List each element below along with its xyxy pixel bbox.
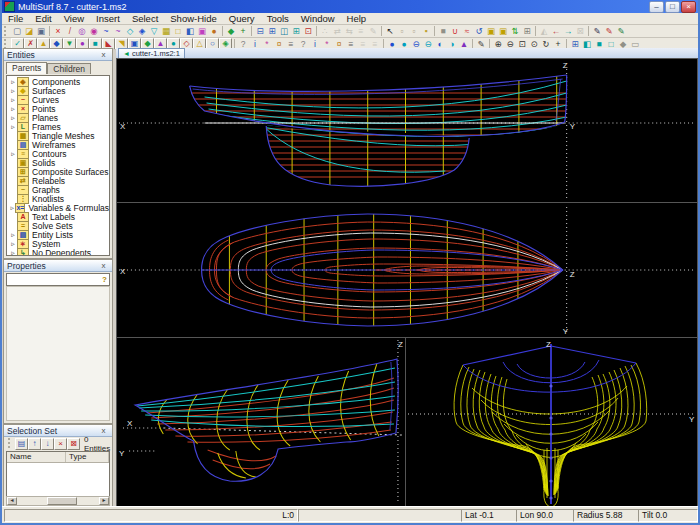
column-name[interactable]: Name: [7, 452, 66, 462]
step-back-icon[interactable]: ←: [550, 26, 562, 37]
selection-table[interactable]: Name Type: [6, 451, 110, 498]
frame-lock-icon[interactable]: ⊠: [574, 26, 586, 37]
quick-add-icon[interactable]: +: [237, 26, 249, 37]
maximize-button[interactable]: □: [665, 1, 680, 13]
window-split-icon[interactable]: ⊞: [266, 26, 278, 37]
selection-move-down-icon[interactable]: ↓: [41, 438, 54, 450]
insert-frame-icon[interactable]: ◧: [184, 26, 196, 37]
properties-panel-header: Properties x: [4, 260, 112, 272]
scroll-right-icon[interactable]: ►: [99, 497, 109, 505]
select-fence-icon[interactable]: ▫: [396, 26, 408, 37]
window-single-icon[interactable]: ⊟: [254, 26, 266, 37]
align-icon[interactable]: ◭: [538, 26, 550, 37]
tree-item-no-dependents[interactable]: ▹↳No Dependents: [7, 248, 109, 256]
expander-icon[interactable]: ▹: [9, 123, 17, 131]
properties-name-field[interactable]: ?: [6, 273, 110, 286]
menu-window[interactable]: Window: [295, 13, 341, 24]
insert-revolution-surface-icon[interactable]: ▽: [148, 26, 160, 37]
insert-snake-icon[interactable]: ~: [112, 26, 124, 37]
window-active-icon[interactable]: ⊡: [302, 26, 314, 37]
axis-label-y: Y: [570, 122, 576, 131]
entities-close-icon[interactable]: x: [98, 49, 109, 60]
new-file-button[interactable]: ▢: [11, 26, 23, 37]
insert-surface-icon[interactable]: ◇: [124, 26, 136, 37]
insert-line-icon[interactable]: /: [64, 26, 76, 37]
insert-curve-icon[interactable]: ~: [100, 26, 112, 37]
viewport-profile[interactable]: X Y Z: [116, 58, 698, 203]
menu-view[interactable]: View: [58, 13, 90, 24]
menu-file[interactable]: File: [2, 13, 29, 24]
insert-ruled-surface-icon[interactable]: ◈: [136, 26, 148, 37]
document-tab[interactable]: ◄ cutter-1.ms2:1: [118, 48, 185, 58]
expander-icon[interactable]: ▹: [9, 231, 17, 239]
pointer-pen-icon[interactable]: ✎: [591, 26, 603, 37]
viewport-plan[interactable]: X Z Y: [116, 202, 698, 338]
insert-solid-icon[interactable]: ▣: [196, 26, 208, 37]
expander-icon[interactable]: ▹: [9, 249, 17, 257]
tab-children[interactable]: Children: [47, 63, 91, 74]
select-filter-icon[interactable]: ▪: [420, 26, 432, 37]
properties-help-icon[interactable]: ?: [102, 275, 109, 284]
expander-icon[interactable]: ▹: [9, 96, 17, 104]
expander-icon[interactable]: ▹: [9, 87, 17, 95]
insert-misc-entity-icon[interactable]: ●: [208, 26, 220, 37]
select-lasso-icon[interactable]: ▫: [408, 26, 420, 37]
save-button[interactable]: ▣: [35, 26, 47, 37]
status-bar: L:0 Lat -0.1 Lon 90.0 Radius 5.88 Tilt 0…: [2, 506, 698, 523]
scroll-thumb[interactable]: [47, 497, 77, 505]
menu-edit[interactable]: Edit: [29, 13, 57, 24]
show-surface-icon[interactable]: ▣: [485, 26, 497, 37]
selection-clear-icon[interactable]: ⊠: [67, 438, 80, 450]
window-horizontal-icon[interactable]: ⊞: [290, 26, 302, 37]
close-button[interactable]: ×: [681, 1, 696, 13]
orbit-icon[interactable]: ↺: [473, 26, 485, 37]
show-curvature-icon[interactable]: ≈: [461, 26, 473, 37]
show-mesh-icon[interactable]: ▣: [497, 26, 509, 37]
refresh-icon[interactable]: ⇅: [509, 26, 521, 37]
insert-mesh-icon[interactable]: ▦: [160, 26, 172, 37]
hide-entity-icon[interactable]: ■: [437, 26, 449, 37]
viewport-bodyplan[interactable]: Y Z: [405, 337, 698, 507]
grid-icon[interactable]: ⊞: [521, 26, 533, 37]
pen-green-icon[interactable]: ✎: [615, 26, 627, 37]
insert-point-icon[interactable]: ×: [52, 26, 64, 37]
selection-move-up-icon[interactable]: ↑: [28, 438, 41, 450]
properties-close-icon[interactable]: x: [98, 260, 109, 271]
duplicate-icon[interactable]: ≡: [355, 26, 367, 37]
insert-ring-icon[interactable]: ◎: [76, 26, 88, 37]
copy-entity-icon[interactable]: ⇄: [331, 26, 343, 37]
menu-tools[interactable]: Tools: [261, 13, 295, 24]
menu-help[interactable]: Help: [341, 13, 373, 24]
tab-parents[interactable]: Parents: [6, 62, 47, 74]
menu-show-hide[interactable]: Show-Hide: [164, 13, 222, 24]
select-cursor-icon[interactable]: ↖: [384, 26, 396, 37]
step-forward-icon[interactable]: →: [562, 26, 574, 37]
insert-magnet-icon[interactable]: ◉: [88, 26, 100, 37]
menu-select[interactable]: Select: [126, 13, 164, 24]
cut-icon[interactable]: ∴: [319, 26, 331, 37]
expander-icon[interactable]: ▹: [9, 78, 17, 86]
open-file-button[interactable]: ◪: [23, 26, 35, 37]
quick-entity-icon[interactable]: ◆: [225, 26, 237, 37]
minimize-button[interactable]: –: [649, 1, 664, 13]
selection-remove-icon[interactable]: ×: [54, 438, 67, 450]
status-lat: Lat -0.1: [461, 509, 517, 522]
expander-icon[interactable]: ▹: [9, 240, 17, 248]
expander-icon[interactable]: ▹: [9, 150, 17, 158]
paste-entity-icon[interactable]: ⇆: [343, 26, 355, 37]
expander-icon[interactable]: ▹: [9, 105, 17, 113]
column-type[interactable]: Type: [66, 452, 109, 462]
selection-hscrollbar[interactable]: ◄ ►: [6, 496, 110, 506]
edit-note-icon[interactable]: ✎: [367, 26, 379, 37]
expander-icon[interactable]: ▹: [9, 114, 17, 122]
menu-query[interactable]: Query: [223, 13, 261, 24]
show-curve-icon[interactable]: ∪: [449, 26, 461, 37]
scroll-left-icon[interactable]: ◄: [7, 497, 17, 505]
pen-red-icon[interactable]: ✎: [603, 26, 615, 37]
insert-plane-icon[interactable]: □: [172, 26, 184, 37]
selection-list-icon[interactable]: ▤: [15, 438, 28, 450]
window-quad-icon[interactable]: ◫: [278, 26, 290, 37]
axis-label-y: Y: [689, 415, 695, 424]
menu-insert[interactable]: Insert: [90, 13, 126, 24]
viewport-perspective[interactable]: X Y Z: [116, 337, 406, 507]
